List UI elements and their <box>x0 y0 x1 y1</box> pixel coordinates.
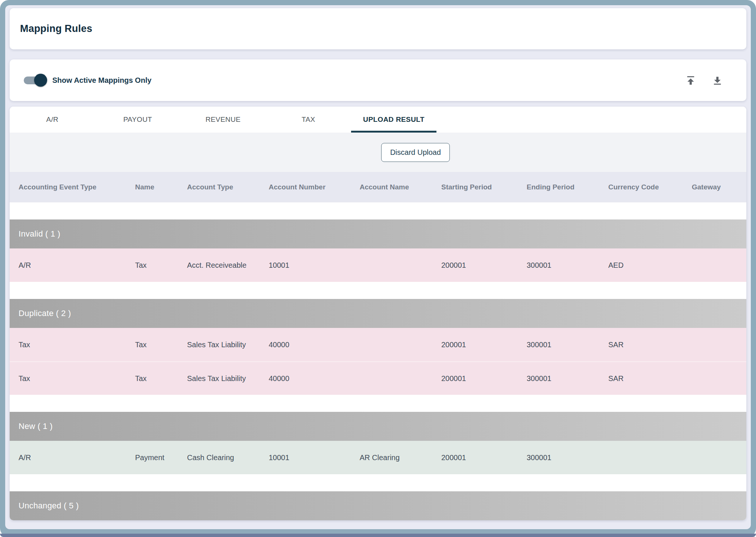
cell-account-type: Sales Tax Liability <box>178 374 260 383</box>
column-header-ending-period: Ending Period <box>518 183 599 191</box>
section-gap <box>10 202 746 219</box>
tab-upload-result[interactable]: UPLOAD RESULT <box>351 107 436 133</box>
cell-ending-period: 300001 <box>518 453 599 462</box>
cell-account-type: Sales Tax Liability <box>178 341 260 349</box>
column-header-account-name: Account Name <box>351 183 432 191</box>
section-gap <box>10 282 746 299</box>
column-header-accounting-event-type: Accounting Event Type <box>10 183 126 191</box>
tab-tax[interactable]: TAX <box>266 107 351 133</box>
section-header-invalid: Invalid ( 1 ) <box>10 219 746 248</box>
table-row-invalid: A/RTaxAcct. Receiveable10001200001300001… <box>10 248 746 282</box>
tab-bar: A/RPAYOUTREVENUETAXUPLOAD RESULT <box>10 107 746 133</box>
table-row-new: A/RPaymentCash Clearing10001AR Clearing2… <box>10 441 746 474</box>
cell-account-number: 10001 <box>260 261 351 270</box>
active-mappings-toggle[interactable] <box>24 77 46 84</box>
cell-account-name: AR Clearing <box>351 453 432 462</box>
column-header-currency-code: Currency Code <box>599 183 683 191</box>
discard-upload-button[interactable]: Discard Upload <box>381 143 450 162</box>
section-header-duplicate: Duplicate ( 2 ) <box>10 299 746 328</box>
column-header-name: Name <box>126 183 178 191</box>
toolbar-card: Show Active Mappings Only <box>10 59 746 101</box>
column-header-account-number: Account Number <box>260 183 351 191</box>
cell-account-number: 40000 <box>260 341 351 349</box>
tab-a-r[interactable]: A/R <box>10 107 95 133</box>
page-header-card: Mapping Rules <box>10 8 746 49</box>
table-row-duplicate: TaxTaxSales Tax Liability400002000013000… <box>10 361 746 395</box>
cell-ending-period: 300001 <box>518 261 599 270</box>
cell-accounting-event-type: A/R <box>10 453 126 462</box>
cell-currency-code: SAR <box>599 374 683 383</box>
table-header: Accounting Event TypeNameAccount TypeAcc… <box>10 172 746 202</box>
section-gap <box>10 474 746 491</box>
toggle-label: Show Active Mappings Only <box>52 76 151 85</box>
action-strip: Discard Upload <box>10 133 746 172</box>
cell-name: Payment <box>126 453 178 462</box>
tab-payout[interactable]: PAYOUT <box>95 107 180 133</box>
cell-ending-period: 300001 <box>518 374 599 383</box>
column-header-gateway: Gateway <box>683 183 746 191</box>
page-title: Mapping Rules <box>20 23 92 35</box>
cell-accounting-event-type: A/R <box>10 261 126 270</box>
cell-ending-period: 300001 <box>518 341 599 349</box>
cell-account-type: Cash Clearing <box>178 453 260 462</box>
download-icon[interactable] <box>711 74 723 86</box>
section-gap <box>10 395 746 412</box>
column-header-account-type: Account Type <box>178 183 260 191</box>
cell-accounting-event-type: Tax <box>10 341 126 349</box>
cell-starting-period: 200001 <box>432 341 518 349</box>
table-body: Invalid ( 1 )A/RTaxAcct. Receiveable1000… <box>10 202 746 520</box>
section-header-new: New ( 1 ) <box>10 412 746 441</box>
cell-starting-period: 200001 <box>432 374 518 383</box>
cell-name: Tax <box>126 341 178 349</box>
upload-icon[interactable] <box>685 74 697 86</box>
cell-starting-period: 200001 <box>432 453 518 462</box>
cell-name: Tax <box>126 374 178 383</box>
toolbar-icons <box>685 74 723 86</box>
cell-currency-code: SAR <box>599 341 683 349</box>
cell-account-number: 40000 <box>260 374 351 383</box>
app-window: Mapping Rules Show Active Mappings Only … <box>5 5 751 529</box>
column-header-starting-period: Starting Period <box>432 183 518 191</box>
section-header-unchanged: Unchanged ( 5 ) <box>10 491 746 520</box>
table-row-duplicate: TaxTaxSales Tax Liability400002000013000… <box>10 328 746 361</box>
cell-name: Tax <box>126 261 178 270</box>
main-card: A/RPAYOUTREVENUETAXUPLOAD RESULT Discard… <box>10 107 746 520</box>
cell-account-number: 10001 <box>260 453 351 462</box>
cell-starting-period: 200001 <box>432 261 518 270</box>
cell-accounting-event-type: Tax <box>10 374 126 383</box>
active-mappings-toggle-group: Show Active Mappings Only <box>24 76 151 85</box>
cell-currency-code: AED <box>599 261 683 270</box>
cell-account-type: Acct. Receiveable <box>178 261 260 270</box>
toggle-knob <box>34 74 47 87</box>
tab-revenue[interactable]: REVENUE <box>180 107 266 133</box>
